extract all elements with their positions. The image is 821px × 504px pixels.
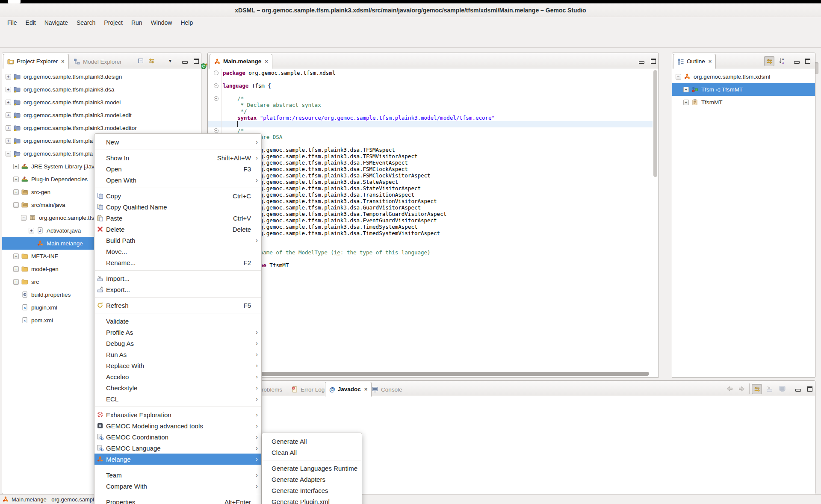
tree-item[interactable]: +org.gemoc.sample.tfsm.plaink3.design <box>2 70 201 83</box>
tree-item[interactable]: +org.gemoc.sample.tfsm.plaink3.dsa <box>2 83 201 96</box>
melange-file-icon <box>2 496 9 503</box>
open-console-icon[interactable] <box>779 385 786 394</box>
code-line: * Declare abstract syntax <box>237 102 321 108</box>
menu-item-copy-qualified-name[interactable]: Copy Qualified Name <box>95 201 261 212</box>
menu-file[interactable]: File <box>3 18 21 27</box>
menu-run[interactable]: Run <box>127 18 146 27</box>
tree-item[interactable]: +org.gemoc.sample.tfsm.plaink3.model <box>2 96 201 109</box>
tab-project-explorer[interactable]: Project Explorer × <box>3 54 69 69</box>
menu-item-gemoc-modeling-tools[interactable]: GEMOC Modeling advanced tools› <box>95 420 261 431</box>
minimize-icon[interactable] <box>795 386 801 393</box>
outline-item[interactable]: −org.gemoc.sample.tfsm.xdsml <box>672 70 815 83</box>
menu-edit[interactable]: Edit <box>22 18 40 27</box>
menu-item-rename[interactable]: Rename...F2 <box>95 257 261 268</box>
back-icon[interactable] <box>726 385 733 394</box>
tab-error-log[interactable]: Error Log <box>287 383 328 396</box>
menu-item-gemoc-language[interactable]: GEMOC Language› <box>95 442 261 454</box>
close-icon[interactable]: × <box>265 58 268 65</box>
submenu-item-generate-plugin-xml[interactable]: Generate Plugin.xml <box>262 496 362 504</box>
gemoc-coordination-icon <box>97 433 105 440</box>
close-icon[interactable]: × <box>709 58 712 65</box>
tree-item[interactable]: +org.gemoc.sample.tfsm.plaink3.model.edi… <box>2 121 201 134</box>
close-icon[interactable]: × <box>364 386 368 392</box>
menu-item-build-path[interactable]: Build Path› <box>95 235 261 246</box>
fold-marker-icon[interactable]: − <box>214 71 219 75</box>
maximize-icon[interactable] <box>651 58 656 65</box>
menu-item-ecl[interactable]: ECL› <box>95 393 261 404</box>
submenu-arrow-icon: › <box>251 472 258 478</box>
menu-item-properties[interactable]: PropertiesAlt+Enter <box>95 496 261 504</box>
tab-outline[interactable]: Outline × <box>673 54 716 69</box>
menu-item-move[interactable]: Move... <box>95 246 261 257</box>
menu-item-show-in[interactable]: Show InShift+Alt+W› <box>95 152 261 163</box>
menu-item-paste[interactable]: PasteCtrl+V <box>95 212 261 224</box>
submenu-item-clean-all[interactable]: Clean All <box>262 447 362 458</box>
fold-marker-icon[interactable]: − <box>214 83 219 88</box>
menu-item-gemoc-coordination[interactable]: GEMOC Coordination› <box>95 431 261 442</box>
maximize-icon[interactable] <box>807 386 812 393</box>
sort-icon[interactable] <box>778 57 786 66</box>
submenu-arrow-icon: › <box>251 139 258 145</box>
gemoc-modeling-icon <box>97 422 105 429</box>
link-with-editor-icon[interactable] <box>148 57 155 66</box>
editor-horizontal-scrollbar[interactable] <box>209 372 649 376</box>
menu-item-validate[interactable]: Validate <box>95 315 261 327</box>
view-menu-icon[interactable]: ▼ <box>168 59 172 63</box>
menu-item-replace-with[interactable]: Replace With› <box>95 360 261 371</box>
fold-marker-icon[interactable]: − <box>214 96 219 101</box>
menu-item-team[interactable]: Team› <box>95 469 261 480</box>
link-with-editor-icon[interactable] <box>752 384 762 394</box>
menu-item-exhaustive-exploration[interactable]: Exhaustive Exploration› <box>95 409 261 420</box>
menu-item-delete[interactable]: DeleteDelete <box>95 224 261 235</box>
menu-item-acceleo[interactable]: Acceleo› <box>95 371 261 382</box>
submenu-item-generate-adapters[interactable]: Generate Adapters <box>262 474 362 485</box>
menu-item-refresh[interactable]: RefreshF5 <box>95 300 261 311</box>
tree-item[interactable]: +org.gemoc.sample.tfsm.plaink3.model.edi… <box>2 109 201 121</box>
menu-help[interactable]: Help <box>177 18 197 27</box>
minimize-icon[interactable] <box>639 58 644 65</box>
forward-icon[interactable] <box>738 385 745 394</box>
submenu-item-generate-all[interactable]: Generate All <box>262 436 362 447</box>
tab-javadoc[interactable]: @ Javadoc × <box>325 382 372 397</box>
menu-item-open-with[interactable]: Open With› <box>95 174 261 186</box>
maximize-icon[interactable] <box>194 58 199 65</box>
menu-item-run-as[interactable]: Run As› <box>95 349 261 360</box>
menu-separator <box>95 297 261 298</box>
menu-search[interactable]: Search <box>73 18 99 27</box>
link-disabled-icon[interactable] <box>766 385 773 394</box>
menu-item-profile-as[interactable]: Profile As› <box>95 327 261 338</box>
submenu-item-generate-languages-runtime[interactable]: Generate Languages Runtime <box>262 463 362 474</box>
maximize-icon[interactable] <box>805 58 810 65</box>
menu-item-import[interactable]: Import... <box>95 273 261 284</box>
submenu-arrow-icon: › <box>251 373 258 380</box>
code-line: with org.gemoc.sample.tfsm.plaink3.dsa.T… <box>237 224 417 230</box>
menu-item-debug-as[interactable]: Debug As› <box>95 338 261 349</box>
copy-qualified-icon <box>97 203 105 210</box>
menu-navigate[interactable]: Navigate <box>41 18 72 27</box>
tab-console[interactable]: Console <box>368 383 406 396</box>
link-with-editor-icon[interactable] <box>764 56 774 66</box>
menu-item-export[interactable]: Export... <box>95 284 261 295</box>
menu-item-new[interactable]: New› <box>95 136 261 147</box>
editor-vertical-scrollbar[interactable] <box>653 70 657 177</box>
menu-item-copy[interactable]: CopyCtrl+C <box>95 190 261 201</box>
outline-item[interactable]: +TfsmMT <box>672 96 815 109</box>
minimize-icon[interactable] <box>182 58 188 65</box>
menu-item-compare-with[interactable]: Compare With› <box>95 480 261 492</box>
fold-marker-icon[interactable]: − <box>214 128 219 133</box>
menu-item-melange[interactable]: Melange› <box>95 454 261 465</box>
minimize-icon[interactable] <box>794 58 800 65</box>
tab-main-melange[interactable]: Main.melange × <box>210 54 272 69</box>
submenu-item-generate-interfaces[interactable]: Generate Interfaces <box>262 485 362 496</box>
menu-item-checkstyle[interactable]: Checkstyle› <box>95 382 261 393</box>
close-icon[interactable]: × <box>61 58 65 65</box>
menu-project[interactable]: Project <box>100 18 127 27</box>
menu-window[interactable]: Window <box>147 18 176 27</box>
code-line: */ <box>237 108 247 115</box>
collapse-all-icon[interactable] <box>137 57 145 66</box>
project-icon <box>14 137 21 144</box>
outline-item-selected[interactable]: +Tfsm ◁ TfsmMT <box>672 83 815 96</box>
tab-model-explorer[interactable]: Model Explorer <box>70 55 126 68</box>
code-editor[interactable]: − − − − package org.gemoc.sample.tfsm.xd… <box>208 69 653 371</box>
menu-item-open[interactable]: OpenF3 <box>95 163 261 174</box>
